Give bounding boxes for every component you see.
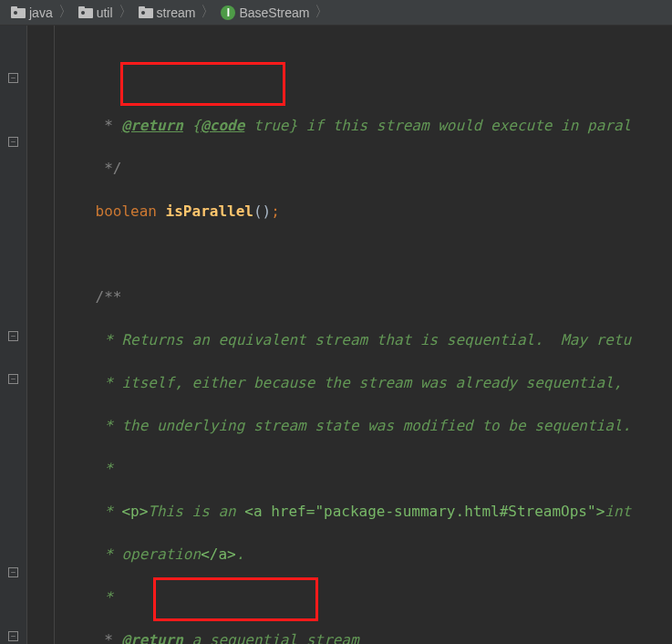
code-text: * the underlying stream state was modifi… — [60, 417, 631, 434]
html-tag: <p> — [121, 503, 148, 520]
annotation-box — [120, 62, 285, 106]
html-tag: </a> — [201, 545, 236, 563]
breadcrumb-label: java — [29, 5, 53, 20]
code-text: * — [60, 503, 121, 520]
code-text: * — [60, 588, 113, 606]
code-text: a sequential stream — [183, 631, 359, 644]
keyword: boolean — [60, 203, 157, 220]
code-text: * Returns an equivalent stream that is s… — [60, 331, 631, 348]
parens: () — [253, 203, 271, 220]
chevron-right-icon: 〉 — [315, 3, 329, 22]
folder-icon — [78, 6, 93, 18]
chevron-right-icon: 〉 — [201, 3, 215, 22]
code-text: /** — [60, 288, 121, 306]
fold-marker[interactable]: − — [8, 374, 18, 384]
fold-marker[interactable]: − — [8, 331, 18, 341]
breadcrumb-label: stream — [157, 5, 196, 20]
code-editor[interactable]: * @return {@code true} if this stream wo… — [55, 26, 631, 644]
breadcrumb-label: util — [97, 5, 113, 20]
javadoc-tag: @return — [121, 631, 182, 644]
code-text: */ — [60, 160, 121, 177]
folder-icon — [139, 6, 153, 18]
breadcrumb-item-java[interactable]: java — [9, 5, 55, 20]
breadcrumb-item-stream[interactable]: stream — [137, 5, 198, 20]
chevron-right-icon: 〉 — [58, 3, 73, 22]
fold-marker[interactable]: − — [8, 73, 18, 83]
breadcrumb-item-basestream[interactable]: I BaseStream — [219, 5, 311, 20]
code-text: . — [236, 545, 245, 563]
html-tag: <a href="package-summary.html#StreamOps"… — [244, 503, 605, 520]
breadcrumb-label: BaseStream — [239, 5, 309, 20]
code-text: * itself, either because the stream was … — [60, 374, 631, 391]
code-text: This is an — [148, 503, 244, 520]
folder-icon — [11, 6, 26, 18]
javadoc-tag: @return — [121, 117, 182, 134]
code-text: * — [60, 460, 113, 477]
code-text: * operation — [60, 545, 201, 563]
semicolon: ; — [271, 203, 280, 220]
javadoc-tag: @code — [201, 117, 244, 134]
chevron-right-icon: 〉 — [119, 3, 133, 22]
gutter-line-area — [27, 26, 55, 644]
breadcrumb: java 〉 util 〉 stream 〉 I BaseStream 〉 — [0, 0, 672, 26]
breadcrumb-item-util[interactable]: util — [77, 5, 115, 20]
fold-marker[interactable]: − — [8, 567, 18, 577]
code-text: true} if this stream would execute in pa… — [244, 117, 631, 134]
code-text: { — [183, 117, 201, 134]
code-text — [60, 244, 631, 265]
editor-area: − − − − − − 💡 * @return {@code true} if … — [0, 26, 672, 644]
code-text: * — [60, 117, 121, 134]
code-text: int — [605, 503, 631, 520]
method-name: isParallel — [157, 203, 253, 220]
code-text: * — [60, 631, 121, 644]
interface-icon: I — [221, 5, 235, 20]
gutter: − − − − − − 💡 — [0, 26, 27, 644]
fold-marker[interactable]: − — [8, 137, 18, 147]
fold-marker[interactable]: − — [8, 631, 18, 641]
